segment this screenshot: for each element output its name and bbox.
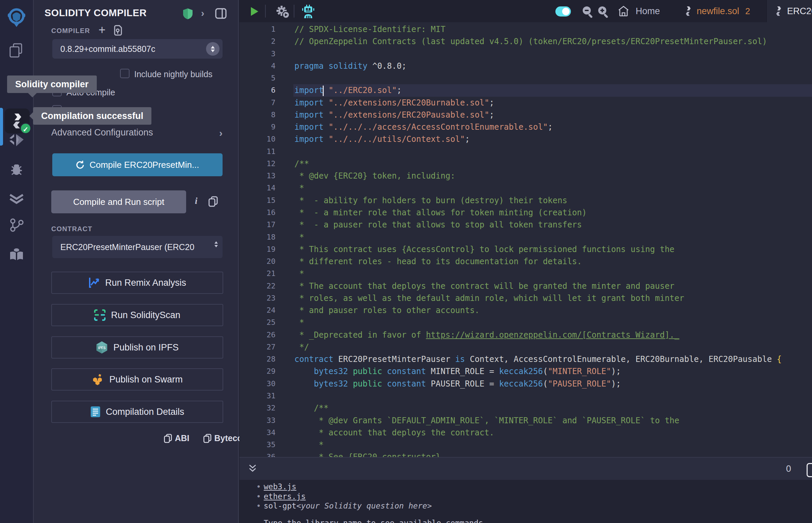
active-plugin-indicator	[0, 108, 3, 146]
line-number: 29	[240, 365, 276, 377]
code-line-22: 22 * The account that deploys the contra…	[240, 280, 812, 292]
line-number: 1	[240, 23, 276, 35]
code-line-34: 34 * account that deploys the contract.	[240, 427, 812, 439]
swarm-icon	[92, 373, 104, 385]
solidityscan-button[interactable]: Run SolidityScan	[51, 304, 223, 326]
code-line-2: 2// OpenZeppelin Contracts (last updated…	[240, 35, 812, 48]
debugger-icon[interactable]	[9, 162, 24, 177]
panel-title: SOLIDITY COMPILER	[45, 7, 147, 19]
terminal-link-ethers.js[interactable]: ethers.js	[264, 492, 306, 501]
svg-text:IPFS: IPFS	[98, 346, 106, 350]
tab-newfile.sol[interactable]: newfile.sol2	[676, 0, 754, 22]
panel-forward-chevron-icon[interactable]: ›	[201, 7, 204, 19]
split-view-icon[interactable]	[215, 8, 227, 19]
ipfs-button[interactable]: IPFSPublish on IPFS	[51, 336, 223, 359]
terminal-link-web3.js[interactable]: web3.js	[264, 482, 296, 492]
line-number: 35	[240, 439, 276, 451]
toggle-knob	[562, 8, 569, 15]
zoom-out-icon[interactable]	[581, 5, 594, 18]
script-config-gear-icon[interactable]	[275, 4, 290, 19]
compile-and-run-label: Compile and Run script	[73, 197, 164, 207]
tab-label: newfile.sol	[697, 6, 739, 17]
abi-bytecode-row: ABI Bytecode	[51, 433, 252, 443]
details-button[interactable]: Compilation Details	[51, 401, 223, 423]
solidity-file-icon	[775, 6, 782, 16]
toolbar-divider	[294, 5, 294, 18]
code-editor[interactable]: 1// SPDX-License-Identifier: MIT2// Open…	[240, 22, 812, 457]
advanced-chevron-icon: ›	[219, 127, 223, 139]
code-line-30: 30 bytes32 public constant PAUSER_ROLE =…	[240, 378, 812, 390]
advanced-configurations-toggle[interactable]: Advanced Configurations ›	[51, 127, 223, 139]
tab-label: ERC20PresetMinterPauser.sol	[787, 6, 812, 17]
home-icon[interactable]	[618, 6, 629, 17]
editor-toolbar: Home newfile.sol2ERC20PresetMinterPauser…	[240, 0, 812, 22]
shield-icon[interactable]	[183, 8, 193, 20]
git-icon[interactable]	[10, 218, 23, 233]
terminal-bar[interactable]: 0	[240, 457, 812, 480]
line-number: 5	[240, 72, 276, 84]
code-line-1: 1// SPDX-License-Identifier: MIT	[240, 23, 812, 35]
ai-robot-icon[interactable]	[301, 5, 315, 18]
code-line-28: 28contract ERC20PresetMinterPauser is Co…	[240, 353, 812, 365]
compiler-version-select[interactable]: 0.8.29+commit.ab55807c	[52, 39, 223, 59]
line-number: 21	[240, 268, 276, 280]
line-number: 32	[240, 402, 276, 414]
code-line-15: 15 * - ability for holders to burn (dest…	[240, 195, 812, 206]
compile-button-label: Compile ERC20PresetMin...	[89, 160, 199, 170]
compile-and-run-button[interactable]: Compile and Run script	[51, 191, 186, 213]
advanced-configurations-label: Advanced Configurations	[51, 127, 153, 139]
version-select-arrows-icon	[206, 42, 219, 56]
include-nightly-checkbox[interactable]	[120, 69, 129, 78]
plugin-manager-icon[interactable]	[9, 517, 24, 523]
tab-ERC20PresetMinterPauser.sol[interactable]: ERC20PresetMinterPauser.sol✕	[766, 0, 812, 22]
home-tab-label[interactable]: Home	[636, 6, 660, 17]
terminal-checkbox[interactable]	[807, 463, 812, 477]
copy-icon	[203, 434, 211, 443]
solidity-file-icon	[685, 6, 692, 16]
line-number: 12	[240, 158, 276, 170]
code-line-11: 11	[240, 146, 812, 158]
line-number: 27	[240, 341, 276, 353]
remix-analysis-button[interactable]: Run Remix Analysis	[51, 272, 223, 294]
tab-problem-badge: 2	[745, 6, 750, 17]
run-play-icon[interactable]	[250, 6, 259, 17]
code-line-5: 5	[240, 72, 812, 84]
action-label: Run Remix Analysis	[105, 278, 186, 288]
terminal-placeholder: <your Solidity question here>	[296, 501, 432, 511]
code-line-13: 13 * @dev {ERC20} token, including:	[240, 170, 812, 182]
zoom-in-icon[interactable]	[597, 5, 610, 18]
line-number: 26	[240, 329, 276, 341]
compile-button[interactable]: Compile ERC20PresetMin...	[52, 153, 223, 176]
code-lines: 1// SPDX-License-Identifier: MIT2// Open…	[240, 23, 812, 457]
line-number: 9	[240, 121, 276, 133]
code-line-8: 8import "../extensions/ERC20Pausable.sol…	[240, 109, 812, 121]
compiler-file-icon[interactable]	[113, 24, 123, 36]
line-number: 13	[240, 170, 276, 182]
code-line-18: 18 *	[240, 231, 812, 243]
action-label: Publish on IPFS	[113, 342, 179, 353]
info-icon[interactable]: i	[195, 196, 198, 206]
refresh-icon	[75, 160, 85, 169]
swarm-button[interactable]: Publish on Swarm	[51, 368, 223, 391]
copy-script-icon[interactable]	[208, 196, 218, 207]
ai-copilot-toggle[interactable]	[555, 6, 571, 17]
learneth-book-icon[interactable]	[9, 248, 24, 262]
contract-select-arrows-icon	[214, 241, 218, 247]
line-number: 11	[240, 146, 276, 158]
code-line-24: 24 * and pauser roles to other accounts.	[240, 304, 812, 317]
deploy-run-icon[interactable]	[9, 133, 24, 147]
compiler-label: COMPILER	[51, 27, 90, 35]
file-explorer-icon[interactable]	[9, 43, 24, 58]
contract-select[interactable]: ERC20PresetMinterPauser (ERC20	[52, 236, 223, 258]
unit-testing-icon[interactable]	[9, 192, 24, 205]
code-line-7: 7import "../extensions/ERC20Burnable.sol…	[240, 97, 812, 109]
copy-abi-button[interactable]: ABI	[164, 433, 189, 443]
line-number: 36	[240, 451, 276, 457]
terminal-line: •sol-gpt <your Solidity question here>	[240, 501, 812, 511]
remix-logo-icon[interactable]	[6, 7, 27, 28]
expand-terminal-icon[interactable]	[248, 464, 257, 474]
terminal-content[interactable]: •web3.js•ethers.js•sol-gpt <your Solidit…	[240, 480, 812, 523]
include-nightly-label: Include nightly builds	[134, 69, 212, 79]
add-compiler-icon[interactable]: +	[99, 23, 106, 37]
code-line-27: 27 */	[240, 341, 812, 353]
